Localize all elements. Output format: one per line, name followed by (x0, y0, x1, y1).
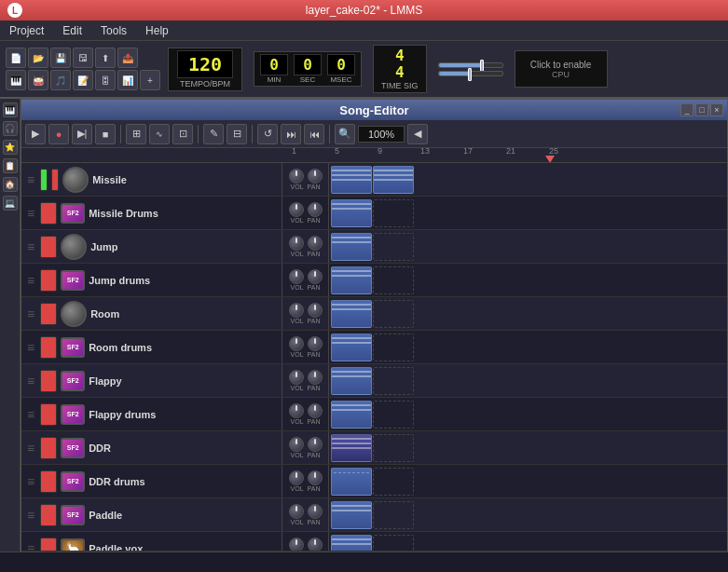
vol-knob[interactable] (289, 370, 304, 385)
track-sf2-btn[interactable]: SF2 (61, 404, 85, 425)
pan-knob[interactable] (308, 538, 323, 551)
track-color[interactable] (40, 269, 57, 292)
track-name[interactable]: Paddle (89, 510, 278, 521)
vol-knob[interactable] (289, 269, 304, 284)
pattern-block-empty[interactable] (373, 468, 414, 496)
se-minimize-btn[interactable]: _ (680, 103, 694, 116)
vol-knob[interactable] (289, 504, 304, 519)
pattern-block-empty[interactable] (373, 501, 414, 529)
beat-bassline-btn[interactable]: 🥁 (28, 70, 48, 90)
export2-button[interactable]: 📤 (117, 48, 138, 68)
project-notes-btn[interactable]: 📝 (73, 70, 93, 90)
track-drag-handle[interactable]: ≡ (25, 273, 36, 288)
track-name[interactable]: Room (90, 308, 278, 320)
pan-knob[interactable] (308, 169, 323, 184)
save-button[interactable]: 💾 (50, 48, 71, 68)
vol-knob[interactable] (289, 202, 304, 217)
open-button[interactable]: 📂 (28, 48, 48, 68)
vol-knob[interactable] (289, 236, 304, 251)
se-zoom-display[interactable]: 100% (358, 126, 405, 143)
track-name[interactable]: DDR (89, 443, 278, 454)
track-llama-btn[interactable]: 🦙 (61, 538, 85, 552)
menu-project[interactable]: Project (6, 22, 48, 39)
track-color[interactable] (40, 370, 57, 392)
track-color[interactable] (40, 538, 57, 552)
track-drag-handle[interactable]: ≡ (25, 541, 36, 552)
menu-help[interactable]: Help (142, 22, 172, 39)
track-color[interactable] (40, 504, 57, 526)
track-name[interactable]: Missile (92, 174, 278, 185)
pan-knob[interactable] (308, 202, 323, 217)
sidebar-home[interactable]: 🏠 (3, 177, 18, 192)
piano-roll-btn[interactable]: 🎵 (50, 70, 71, 90)
se-stop-btn[interactable]: ■ (95, 124, 116, 144)
track-name[interactable]: Paddle vox (89, 543, 278, 552)
saveas-button[interactable]: 🖫 (73, 48, 93, 68)
track-color[interactable] (40, 437, 57, 459)
pattern-block[interactable] (331, 501, 372, 529)
pan-knob[interactable] (308, 470, 323, 485)
pattern-block-empty[interactable] (373, 535, 414, 552)
track-instrument-btn[interactable] (61, 234, 87, 260)
sidebar-headphones[interactable]: 🎧 (3, 121, 18, 136)
track-sf2-btn[interactable]: SF2 (61, 505, 85, 525)
se-zoom-arrow[interactable]: ◀ (407, 124, 428, 144)
timesig-display[interactable]: 4 4 (395, 48, 405, 80)
pattern-block[interactable] (331, 300, 372, 328)
se-skip-start-btn[interactable]: ⏮ (304, 124, 324, 144)
track-sf2-btn[interactable]: SF2 (61, 438, 85, 458)
se-record-btn[interactable]: ● (48, 124, 69, 144)
se-add-sample-btn[interactable]: ⊞ (126, 124, 146, 144)
track-drag-handle[interactable]: ≡ (25, 508, 36, 523)
se-maximize-btn[interactable]: □ (695, 103, 708, 116)
se-play-record-btn[interactable]: ▶| (72, 124, 92, 144)
se-loop-btn[interactable]: ↺ (257, 124, 278, 144)
vol-knob[interactable] (289, 470, 304, 485)
se-close-btn[interactable]: × (710, 103, 723, 116)
track-color[interactable] (40, 470, 57, 493)
visualization-btn[interactable]: 📊 (117, 70, 138, 90)
track-drag-handle[interactable]: ≡ (25, 407, 36, 422)
pattern-block[interactable] (331, 334, 372, 361)
track-drag-handle[interactable]: ≡ (25, 206, 36, 221)
pan-knob[interactable] (308, 236, 323, 251)
add-automation-btn[interactable]: + (140, 70, 160, 90)
pattern-block-empty[interactable] (373, 367, 414, 395)
pan-knob[interactable] (308, 437, 323, 452)
track-sf2-btn[interactable]: SF2 (61, 371, 85, 391)
sidebar-instrument-plugins[interactable]: 🎹 (3, 102, 18, 117)
se-erase-btn[interactable]: ⊟ (227, 124, 247, 144)
se-draw-btn[interactable]: ✎ (203, 124, 224, 144)
track-name[interactable]: Flappy (89, 375, 278, 387)
fx-chain-btn[interactable]: 🎛 (95, 70, 116, 90)
vol-knob[interactable] (289, 169, 304, 184)
cpu-enable-text[interactable]: Click to enable (530, 60, 592, 70)
track-instrument-btn[interactable] (62, 167, 89, 193)
pan-knob[interactable] (308, 370, 323, 385)
track-sf2-btn[interactable]: SF2 (61, 337, 85, 358)
track-color[interactable] (40, 336, 57, 359)
vol-knob[interactable] (289, 437, 304, 452)
track-color-red[interactable] (51, 169, 59, 191)
track-name[interactable]: Missile Drums (89, 208, 278, 219)
track-name[interactable]: Jump (90, 241, 278, 252)
pattern-block[interactable] (331, 401, 372, 429)
vol-knob[interactable] (289, 303, 304, 318)
track-name[interactable]: Room drums (89, 342, 278, 353)
pattern-block-empty[interactable] (373, 300, 414, 328)
track-color[interactable] (40, 236, 57, 258)
sidebar-effects[interactable]: ⭐ (3, 140, 18, 155)
track-drag-handle[interactable]: ≡ (25, 172, 36, 187)
menu-edit[interactable]: Edit (59, 22, 86, 39)
track-name[interactable]: Jump drums (89, 275, 278, 286)
pattern-block[interactable] (331, 199, 372, 227)
pan-knob[interactable] (308, 336, 323, 351)
track-color[interactable] (40, 303, 57, 325)
export-button[interactable]: ⬆ (95, 48, 116, 68)
pan-knob[interactable] (308, 403, 323, 418)
se-skip-end-btn[interactable]: ⏭ (281, 124, 301, 144)
sidebar-presets[interactable]: 📋 (3, 158, 18, 173)
track-drag-handle[interactable]: ≡ (25, 340, 36, 355)
track-drag-handle[interactable]: ≡ (25, 374, 36, 388)
pattern-block[interactable] (331, 434, 372, 462)
